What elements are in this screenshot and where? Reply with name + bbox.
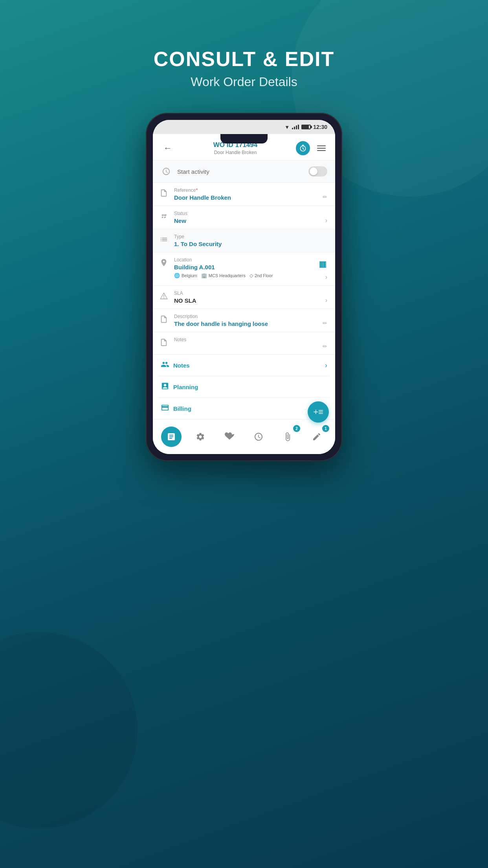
hamburger-line-1 [317,145,326,146]
bottom-nav: 2 1 [153,419,335,454]
description-value: The door handle is hanging loose [174,320,318,327]
nav-settings[interactable] [186,424,215,449]
attachments-badge: 2 [293,425,300,432]
signal-icon [292,125,299,129]
type-label: Type [174,234,327,239]
location-value: Building A.001 [174,264,314,270]
svg-rect-2 [321,262,321,268]
reference-value: Door Handle Broken [174,194,318,201]
svg-rect-4 [323,262,323,268]
description-label: Description [174,314,318,319]
reference-edit-action[interactable]: ✏ [323,194,327,200]
activity-icon [161,166,172,177]
top-bar-actions [296,141,327,155]
notes-section-icon [161,360,169,370]
attachments-nav-icon [283,432,292,441]
edit-badge: 1 [322,425,329,432]
sla-label: SLA [174,291,321,296]
nav-clock[interactable] [244,424,273,449]
wo-name-label: Door Handle Broken [175,150,296,155]
location-label: Location [174,257,314,263]
svg-rect-3 [321,262,322,268]
page-header-title: CONSULT & EDIT [154,47,334,71]
timer-icon [299,144,307,152]
menu-button[interactable] [316,144,327,153]
sla-value: NO SLA [174,297,321,304]
svg-rect-1 [320,262,321,268]
sla-icon [158,291,169,302]
edit-nav-icon [312,432,321,441]
planning-section-header[interactable]: Planning [153,376,335,397]
notes-field-icon [158,337,169,348]
notes-field-label: Notes [174,337,318,342]
globe-icon: 🌐 [174,273,180,278]
hamburger-line-2 [317,148,326,149]
status-row[interactable]: Status New › [153,206,335,229]
location-content: Location Building A.001 🌐 Belgium 🏢 MCS … [174,257,314,278]
notes-field-content: Notes [174,337,318,344]
app-content: ← WO ID 171494 Door Handle Broken [153,134,335,454]
back-button[interactable]: ← [161,141,175,155]
nav-details-circle [161,427,182,447]
type-row: Type 1. To Do Security [153,229,335,252]
planning-section-icon [161,382,169,392]
status-time: 12:30 [313,124,327,130]
wifi-icon: ▼ [284,124,290,130]
start-activity-toggle[interactable] [308,166,327,177]
notes-field-row: Notes ✏ [153,332,335,355]
notes-section-header[interactable]: Notes › [153,355,335,376]
description-edit-action[interactable]: ✏ [323,320,327,326]
svg-rect-5 [323,262,324,268]
building-icon: 🏢 [201,273,207,278]
chevron-right-icon: › [325,217,327,224]
start-activity-row: Start activity [153,160,335,183]
planning-section-left: Planning [161,382,198,392]
billing-section-left: Billing [161,403,191,414]
status-bar: ▼ 12:30 [153,120,335,134]
settings-nav-icon [196,432,205,441]
notes-section-label: Notes [173,362,190,369]
type-value: 1. To Do Security [174,241,327,247]
nav-attachments[interactable]: 2 [273,424,302,449]
location-actions: › [319,260,327,281]
status-action[interactable]: › [325,217,327,224]
description-row: Description The door handle is hanging l… [153,309,335,332]
clock-nav-icon [254,432,263,441]
toggle-knob [310,167,317,175]
start-activity-label: Start activity [177,168,303,175]
barcode-button[interactable] [319,260,327,270]
status-content: Status New [174,211,321,224]
type-content: Type 1. To Do Security [174,234,327,247]
notes-field-edit-action[interactable]: ✏ [323,343,327,349]
location-tags: 🌐 Belgium 🏢 MCS Headquarters ◇ 2nd Floor [174,273,314,278]
reference-label: Reference* [174,188,318,193]
description-edit-icon: ✏ [323,320,327,326]
phone-frame: ▼ 12:30 ← [146,113,342,461]
type-icon [158,234,169,245]
back-arrow-icon: ← [163,143,172,153]
location-tag-belgium-text: Belgium [182,273,197,278]
fab-icon: +≡ [313,407,323,417]
fab-button[interactable]: +≡ [308,401,329,423]
nav-tasks[interactable] [215,424,244,449]
reference-content: Reference* Door Handle Broken [174,188,318,201]
location-chevron-icon: › [325,274,327,281]
sla-content: SLA NO SLA [174,291,321,304]
nav-edit[interactable]: 1 [303,424,331,449]
location-tag-mcs: 🏢 MCS Headquarters [201,273,246,278]
nav-settings-circle [190,427,211,447]
nav-tasks-circle [219,427,240,447]
sla-chevron-icon: › [325,297,327,304]
billing-section-icon [161,403,169,414]
diamond-icon: ◇ [250,273,253,278]
status-value: New [174,217,321,224]
description-content: Description The door handle is hanging l… [174,314,318,327]
timer-button[interactable] [296,141,310,155]
notes-section-left: Notes [161,360,190,370]
nav-details[interactable] [157,424,185,449]
svg-rect-7 [325,262,326,268]
planning-section-label: Planning [173,384,198,390]
sla-action[interactable]: › [325,297,327,304]
sla-row[interactable]: SLA NO SLA › [153,286,335,309]
location-tag-belgium: 🌐 Belgium [174,273,197,278]
